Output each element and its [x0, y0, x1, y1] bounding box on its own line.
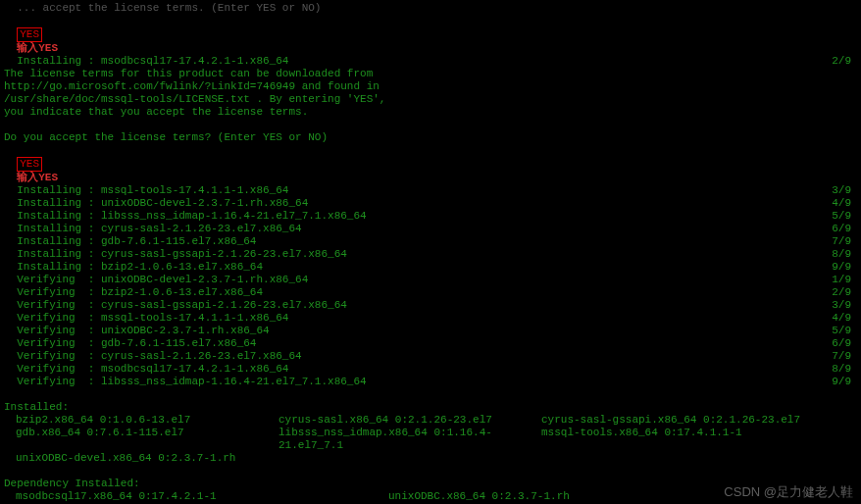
license-line: you indicate that you accept the license…	[4, 106, 857, 119]
pkg-label: Installing : cyrus-sasl-gssapi-2.1.26-23…	[4, 248, 347, 261]
package-row: Verifying : msodbcsql17-17.4.2.1-1.x86_6…	[4, 363, 857, 376]
pkg-count: 3/9	[832, 184, 857, 197]
installed-pkg: bzip2.x86_64 0:1.0.6-13.el7	[16, 414, 271, 427]
installed-pkg: gdb.x86_64 0:7.6.1-115.el7	[16, 427, 271, 452]
pkg-label: Verifying : msodbcsql17-17.4.2.1-1.x86_6…	[4, 363, 288, 376]
installed-pkg	[279, 452, 533, 465]
pkg-count: 7/9	[832, 350, 857, 363]
pkg-label: Installing : gdb-7.6.1-115.el7.x86_64	[4, 235, 256, 248]
watermark: CSDN @足力健老人鞋	[724, 485, 853, 498]
pkg-count: 9/9	[832, 261, 857, 274]
license-question: Do you accept the license terms? (Enter …	[4, 131, 857, 144]
installed-pkg	[541, 452, 836, 465]
installed-row: gdb.x86_64 0:7.6.1-115.el7 libsss_nss_id…	[4, 427, 857, 452]
pkg-label: Installing : unixODBC-devel-2.3.7-1.rh.x…	[4, 197, 308, 210]
pkg-count: 1/9	[832, 274, 857, 286]
installed-row: bzip2.x86_64 0:1.0.6-13.el7 cyrus-sasl.x…	[4, 414, 857, 427]
blank	[4, 119, 857, 131]
package-list: Installing : mssql-tools-17.4.1.1-1.x86_…	[4, 184, 857, 388]
pkg-count: 3/9	[832, 299, 857, 312]
package-row: Verifying : cyrus-sasl-2.1.26-23.el7.x86…	[4, 350, 857, 363]
pkg-count: 8/9	[832, 248, 857, 261]
pkg-label: Verifying : libsss_nss_idmap-1.16.4-21.e…	[4, 376, 367, 388]
pkg-label: Installing : msodbcsql17-17.4.2.1-1.x86_…	[4, 55, 288, 68]
package-row: Verifying : libsss_nss_idmap-1.16.4-21.e…	[4, 376, 857, 388]
pkg-label: Installing : mssql-tools-17.4.1.1-1.x86_…	[4, 184, 288, 197]
package-row: Verifying : gdb-7.6.1-115.el7.x86_646/9	[4, 337, 857, 350]
pkg-count: 8/9	[832, 363, 857, 376]
pkg-label: Verifying : bzip2-1.0.6-13.el7.x86_64	[4, 286, 263, 299]
pkg-count: 7/9	[832, 235, 857, 248]
package-row: Installing : mssql-tools-17.4.1.1-1.x86_…	[4, 184, 857, 197]
package-row: Verifying : unixODBC-devel-2.3.7-1.rh.x8…	[4, 274, 857, 286]
installed-pkg: mssql-tools.x86_64 0:17.4.1.1-1	[541, 427, 836, 452]
package-row: Installing : unixODBC-devel-2.3.7-1.rh.x…	[4, 197, 857, 210]
pkg-count: 5/9	[832, 325, 857, 337]
pkg-count: 4/9	[832, 197, 857, 210]
yes-row-2: YES 输入YES	[4, 144, 857, 184]
pkg-count: 9/9	[832, 376, 857, 388]
license-line: /usr/share/doc/mssql-tools/LICENSE.txt .…	[4, 93, 857, 106]
blank	[4, 388, 857, 401]
yes-input-1: YES	[17, 27, 42, 42]
package-row: Installing : bzip2-1.0.6-13.el7.x86_649/…	[4, 261, 857, 274]
package-row: Installing : cyrus-sasl-2.1.26-23.el7.x8…	[4, 223, 857, 235]
yes-hint-2: 输入YES	[17, 172, 58, 183]
installed-pkg: cyrus-sasl-gssapi.x86_64 0:2.1.26-23.el7	[541, 414, 836, 427]
dep-pkg: msodbcsql17.x86_64 0:17.4.2.1-1	[16, 490, 388, 503]
pkg-label: Installing : bzip2-1.0.6-13.el7.x86_64	[4, 261, 263, 274]
pkg-label: Installing : libsss_nss_idmap-1.16.4-21.…	[4, 210, 367, 223]
installed-pkg: cyrus-sasl.x86_64 0:2.1.26-23.el7	[279, 414, 533, 427]
installed-header: Installed:	[4, 401, 857, 414]
package-row: Installing : libsss_nss_idmap-1.16.4-21.…	[4, 210, 857, 223]
pkg-label: Verifying : mssql-tools-17.4.1.1-1.x86_6…	[4, 312, 288, 325]
pkg-count: 4/9	[832, 312, 857, 325]
package-row: Installing : cyrus-sasl-gssapi-2.1.26-23…	[4, 248, 857, 261]
installed-pkg: unixODBC-devel.x86_64 0:2.3.7-1.rh	[16, 452, 271, 465]
pkg-count: 6/9	[832, 337, 857, 350]
pkg-label: Verifying : cyrus-sasl-2.1.26-23.el7.x86…	[4, 350, 302, 363]
installed-row: unixODBC-devel.x86_64 0:2.3.7-1.rh	[4, 452, 857, 465]
partial-top-line: ... accept the license terms. (Enter YES…	[4, 2, 857, 15]
pkg-label: Verifying : unixODBC-devel-2.3.7-1.rh.x8…	[4, 274, 308, 286]
yes-row-1: YES 输入YES	[4, 15, 857, 55]
installing-top: Installing : msodbcsql17-17.4.2.1-1.x86_…	[4, 55, 857, 68]
package-row: Verifying : mssql-tools-17.4.1.1-1.x86_6…	[4, 312, 857, 325]
yes-input-2: YES	[17, 157, 42, 172]
pkg-count: 2/9	[832, 55, 857, 68]
pkg-label: Verifying : gdb-7.6.1-115.el7.x86_64	[4, 337, 256, 350]
license-line: http://go.microsoft.com/fwlink/?LinkId=7…	[4, 80, 857, 93]
pkg-label: Verifying : unixODBC-2.3.7-1.rh.x86_64	[4, 325, 270, 337]
installed-pkg: libsss_nss_idmap.x86_64 0:1.16.4-21.el7_…	[279, 427, 533, 452]
pkg-count: 5/9	[832, 210, 857, 223]
license-line: The license terms for this product can b…	[4, 68, 857, 80]
pkg-label: Verifying : cyrus-sasl-gssapi-2.1.26-23.…	[4, 299, 347, 312]
pkg-count: 6/9	[832, 223, 857, 235]
package-row: Verifying : cyrus-sasl-gssapi-2.1.26-23.…	[4, 299, 857, 312]
package-row: Verifying : unixODBC-2.3.7-1.rh.x86_645/…	[4, 325, 857, 337]
dep-pkg: unixODBC.x86_64 0:2.3.7-1.rh	[388, 490, 722, 503]
pkg-label: Installing : cyrus-sasl-2.1.26-23.el7.x8…	[4, 223, 302, 235]
package-row: Verifying : bzip2-1.0.6-13.el7.x86_642/9	[4, 286, 857, 299]
pkg-count: 2/9	[832, 286, 857, 299]
blank	[4, 465, 857, 478]
package-row: Installing : gdb-7.6.1-115.el7.x86_647/9	[4, 235, 857, 248]
yes-hint-1: 输入YES	[17, 42, 58, 54]
